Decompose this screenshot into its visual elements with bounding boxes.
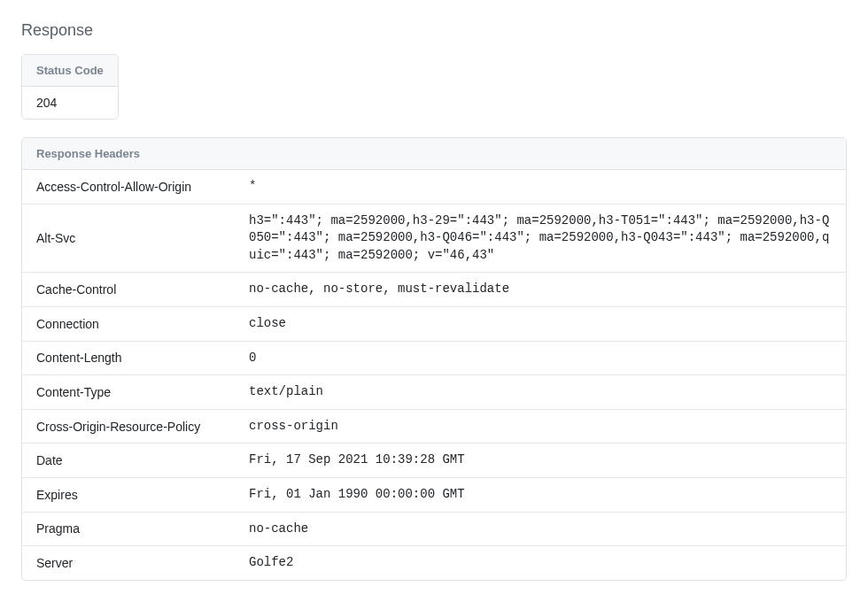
header-key: Expires: [22, 477, 235, 512]
header-value: Fri, 17 Sep 2021 10:39:28 GMT: [235, 444, 846, 478]
response-headers-table: Access-Control-Allow-Origin*Alt-Svch3=":…: [22, 170, 846, 580]
response-headers-label: Response Headers: [22, 138, 846, 170]
table-row: ServerGolfe2: [22, 546, 846, 580]
response-section-title: Response: [21, 21, 847, 40]
table-row: Cross-Origin-Resource-Policycross-origin: [22, 409, 846, 444]
table-row: DateFri, 17 Sep 2021 10:39:28 GMT: [22, 444, 846, 478]
table-row: Content-Length0: [22, 341, 846, 375]
table-row: Cache-Controlno-cache, no-store, must-re…: [22, 273, 846, 307]
table-row: Connectionclose: [22, 306, 846, 341]
header-key: Date: [22, 444, 235, 478]
header-key: Pragma: [22, 512, 235, 546]
status-code-panel: Status Code 204: [21, 54, 119, 120]
header-value: no-cache: [235, 512, 846, 546]
status-code-label: Status Code: [22, 55, 118, 87]
header-value: *: [235, 170, 846, 204]
table-row: ExpiresFri, 01 Jan 1990 00:00:00 GMT: [22, 477, 846, 512]
header-value: text/plain: [235, 375, 846, 410]
header-value: 0: [235, 341, 846, 375]
header-key: Content-Type: [22, 375, 235, 410]
table-row: Content-Typetext/plain: [22, 375, 846, 410]
header-key: Connection: [22, 306, 235, 341]
table-row: Access-Control-Allow-Origin*: [22, 170, 846, 204]
header-value: Golfe2: [235, 546, 846, 580]
header-value: cross-origin: [235, 409, 846, 444]
header-key: Server: [22, 546, 235, 580]
header-key: Cache-Control: [22, 273, 235, 307]
header-value: Fri, 01 Jan 1990 00:00:00 GMT: [235, 477, 846, 512]
response-headers-panel: Response Headers Access-Control-Allow-Or…: [21, 137, 847, 581]
table-row: Pragmano-cache: [22, 512, 846, 546]
header-key: Cross-Origin-Resource-Policy: [22, 409, 235, 444]
header-key: Access-Control-Allow-Origin: [22, 170, 235, 204]
header-key: Content-Length: [22, 341, 235, 375]
status-code-value: 204: [22, 87, 118, 119]
header-value: h3=":443"; ma=2592000,h3-29=":443"; ma=2…: [235, 204, 846, 273]
header-value: no-cache, no-store, must-revalidate: [235, 273, 846, 307]
header-key: Alt-Svc: [22, 204, 235, 273]
header-value: close: [235, 306, 846, 341]
table-row: Alt-Svch3=":443"; ma=2592000,h3-29=":443…: [22, 204, 846, 273]
